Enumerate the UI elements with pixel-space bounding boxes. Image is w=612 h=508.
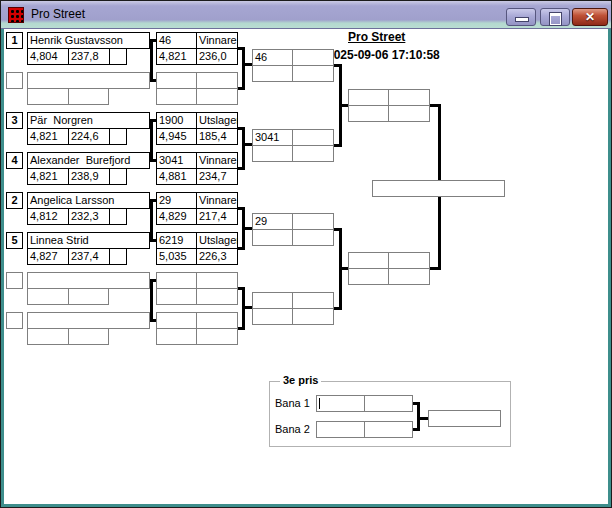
qual-et-box[interactable] bbox=[27, 288, 69, 305]
qual-extra-box[interactable] bbox=[109, 208, 127, 225]
semifinal-speed-box[interactable] bbox=[388, 105, 430, 122]
competitor-name-box[interactable] bbox=[27, 272, 150, 289]
seed-box[interactable]: 2 bbox=[6, 192, 23, 209]
result-lane-box[interactable]: 3041 bbox=[156, 152, 197, 169]
result-status-box[interactable]: Utslagen bbox=[196, 232, 238, 249]
competitor-name-box[interactable]: Angelica Larsson bbox=[27, 192, 150, 209]
round2-speed-box[interactable] bbox=[292, 229, 334, 246]
competitor-name-box[interactable] bbox=[27, 312, 150, 329]
semifinal-speed-box[interactable] bbox=[388, 268, 430, 285]
competitor-name-box[interactable]: Linnea Strid bbox=[27, 232, 150, 249]
seed-box[interactable] bbox=[6, 312, 23, 329]
result-status-box[interactable]: Vinnare bbox=[196, 32, 238, 49]
qual-et-box[interactable]: 4,804 bbox=[27, 48, 69, 65]
semifinal-status-box[interactable] bbox=[388, 252, 430, 269]
round2-et-box[interactable] bbox=[252, 65, 293, 82]
result-et-box[interactable] bbox=[156, 328, 197, 345]
qual-et-box[interactable] bbox=[27, 88, 69, 105]
result-lane-box[interactable]: 29 bbox=[156, 192, 197, 209]
result-et-box[interactable]: 4,829 bbox=[156, 208, 197, 225]
close-button[interactable]: ✕ bbox=[572, 8, 608, 26]
result-status-box[interactable]: Utslagen bbox=[196, 112, 238, 129]
qual-extra-box[interactable] bbox=[109, 48, 127, 65]
result-speed-box[interactable] bbox=[196, 288, 238, 305]
result-status-box[interactable] bbox=[196, 312, 238, 329]
qual-extra-box[interactable] bbox=[109, 128, 127, 145]
competitor-name-box[interactable] bbox=[27, 72, 150, 89]
result-speed-box[interactable] bbox=[196, 88, 238, 105]
qual-speed-box[interactable]: 237,8 bbox=[68, 48, 110, 65]
round2-lane-box[interactable]: 29 bbox=[252, 213, 293, 230]
competitor-name-box[interactable]: Henrik Gustavsson bbox=[27, 32, 150, 49]
semifinal-lane-box[interactable] bbox=[348, 89, 389, 106]
round2-et-box[interactable] bbox=[252, 145, 293, 162]
result-et-box[interactable]: 4,821 bbox=[156, 48, 197, 65]
result-et-box[interactable]: 5,035 bbox=[156, 248, 197, 265]
result-lane-box[interactable] bbox=[156, 72, 197, 89]
semifinal-et-box[interactable] bbox=[348, 105, 389, 122]
round2-lane-box[interactable]: 3041 bbox=[252, 129, 293, 146]
seed-box[interactable] bbox=[6, 72, 23, 89]
round2-et-box[interactable] bbox=[252, 308, 293, 325]
result-lane-box[interactable]: 6219 bbox=[156, 232, 197, 249]
result-speed-box[interactable]: 234,7 bbox=[196, 168, 238, 185]
maximize-button[interactable] bbox=[540, 8, 570, 26]
round2-lane-box[interactable]: 46 bbox=[252, 49, 293, 66]
result-lane-box[interactable]: 46 bbox=[156, 32, 197, 49]
result-speed-box[interactable]: 185,4 bbox=[196, 128, 238, 145]
qual-speed-box[interactable]: 238,9 bbox=[68, 168, 110, 185]
round2-lane-box[interactable] bbox=[252, 292, 293, 309]
result-speed-box[interactable]: 217,4 bbox=[196, 208, 238, 225]
semifinal-lane-box[interactable] bbox=[348, 252, 389, 269]
result-status-box[interactable]: Vinnare bbox=[196, 192, 238, 209]
round2-status-box[interactable] bbox=[292, 292, 334, 309]
result-lane-box[interactable] bbox=[156, 312, 197, 329]
result-speed-box[interactable] bbox=[196, 328, 238, 345]
minimize-button[interactable] bbox=[506, 8, 536, 26]
competitor-name-box[interactable]: Pär Norgren bbox=[27, 112, 150, 129]
round2-speed-box[interactable] bbox=[292, 145, 334, 162]
qual-extra-box[interactable] bbox=[109, 248, 127, 265]
qual-et-box[interactable]: 4,821 bbox=[27, 128, 69, 145]
seed-box[interactable]: 5 bbox=[6, 232, 23, 249]
result-et-box[interactable] bbox=[156, 288, 197, 305]
round2-status-box[interactable] bbox=[292, 129, 334, 146]
seed-box[interactable]: 1 bbox=[6, 32, 23, 49]
result-status-box[interactable] bbox=[196, 272, 238, 289]
qual-speed-box[interactable]: 237,4 bbox=[68, 248, 110, 265]
prize-lane1-name-box[interactable] bbox=[316, 395, 365, 412]
result-et-box[interactable] bbox=[156, 88, 197, 105]
result-speed-box[interactable]: 226,3 bbox=[196, 248, 238, 265]
seed-box[interactable]: 3 bbox=[6, 112, 23, 129]
prize-lane1-value-box[interactable] bbox=[364, 395, 413, 412]
round2-status-box[interactable] bbox=[292, 49, 334, 66]
round2-status-box[interactable] bbox=[292, 213, 334, 230]
seed-box[interactable]: 4 bbox=[6, 152, 23, 169]
prize-winner-box[interactable] bbox=[428, 410, 501, 427]
semifinal-et-box[interactable] bbox=[348, 268, 389, 285]
qual-et-box[interactable]: 4,821 bbox=[27, 168, 69, 185]
qual-et-box[interactable] bbox=[27, 328, 69, 345]
round2-speed-box[interactable] bbox=[292, 308, 334, 325]
seed-box[interactable] bbox=[6, 272, 23, 289]
result-status-box[interactable] bbox=[196, 72, 238, 89]
result-et-box[interactable]: 4,945 bbox=[156, 128, 197, 145]
result-lane-box[interactable] bbox=[156, 272, 197, 289]
competitor-name-box[interactable]: Alexander Burefjord bbox=[27, 152, 150, 169]
round2-speed-box[interactable] bbox=[292, 65, 334, 82]
qual-speed-box[interactable]: 224,6 bbox=[68, 128, 110, 145]
result-speed-box[interactable]: 236,0 bbox=[196, 48, 238, 65]
qual-speed-box[interactable]: 232,3 bbox=[68, 208, 110, 225]
final-winner-box[interactable] bbox=[372, 180, 505, 197]
prize-lane2-name-box[interactable] bbox=[316, 421, 365, 438]
result-status-box[interactable]: Vinnare bbox=[196, 152, 238, 169]
semifinal-status-box[interactable] bbox=[388, 89, 430, 106]
prize-lane2-value-box[interactable] bbox=[364, 421, 413, 438]
qual-speed-box[interactable] bbox=[68, 88, 109, 105]
qual-extra-box[interactable] bbox=[109, 168, 127, 185]
qual-speed-box[interactable] bbox=[68, 288, 109, 305]
qual-et-box[interactable]: 4,827 bbox=[27, 248, 69, 265]
result-lane-box[interactable]: 1900 bbox=[156, 112, 197, 129]
round2-et-box[interactable] bbox=[252, 229, 293, 246]
qual-et-box[interactable]: 4,812 bbox=[27, 208, 69, 225]
